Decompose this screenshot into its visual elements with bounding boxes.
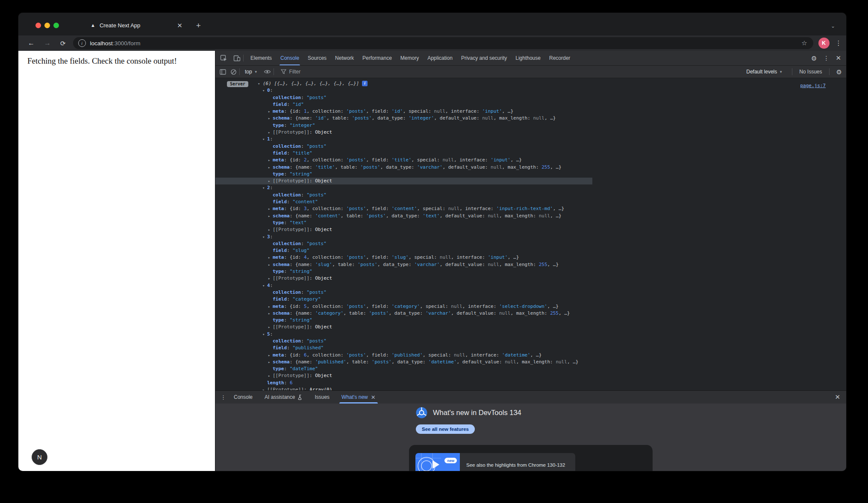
console-output: Server▾(6) [{…}, {…}, {…}, {…}, {…}, {…}… (215, 78, 846, 390)
expand-triangle-icon[interactable]: ▸ (268, 157, 270, 164)
address-bar[interactable]: i localhost:3000/form ☆ (73, 37, 813, 49)
console-row: field: "id" (215, 101, 846, 108)
reload-button[interactable]: ⟳ (60, 40, 66, 47)
console-row: field: "title" (215, 150, 846, 157)
expand-triangle-icon[interactable]: ▸ (268, 129, 270, 136)
see-all-features-button[interactable]: See all new features (416, 424, 475, 434)
tab-privacy-and-security[interactable]: Privacy and security (457, 51, 511, 65)
console-row: collection: "posts" (215, 143, 846, 150)
whats-new-panel: What's new in DevTools 134 See all new f… (215, 404, 846, 471)
expand-triangle-icon[interactable]: ▸ (268, 372, 270, 379)
browser-tab[interactable]: ▲ Create Next App ✕ + (91, 21, 201, 30)
tab-application[interactable]: Application (423, 51, 457, 65)
collapse-triangle-icon[interactable]: ▾ (262, 282, 265, 289)
drawer-menu-icon[interactable]: ⋮ (221, 394, 226, 401)
expand-triangle-icon[interactable]: ▸ (268, 359, 270, 366)
live-expression-eye-icon[interactable] (264, 69, 271, 74)
log-levels-select[interactable]: Default levels▼ (746, 69, 783, 75)
tab-lighthouse[interactable]: Lighthouse (511, 51, 545, 65)
profile-avatar[interactable]: K (818, 38, 830, 49)
expand-triangle-icon[interactable]: ▸ (268, 226, 270, 233)
chevron-down-icon: ▼ (779, 70, 783, 74)
site-info-icon[interactable]: i (78, 39, 86, 47)
tab-search-chevron-icon[interactable]: ⌄ (831, 23, 835, 29)
collapse-triangle-icon[interactable]: ▾ (258, 80, 260, 87)
console-info-icon[interactable]: i (362, 81, 368, 86)
console-row: type: "dateTime" (215, 366, 846, 372)
expand-triangle-icon[interactable]: ▸ (268, 205, 270, 212)
devtools-menu-icon[interactable]: ⋮ (823, 55, 829, 61)
expand-triangle-icon[interactable]: ▸ (268, 303, 270, 310)
console-row: ▸schema: {name: 'content', table: 'posts… (215, 213, 846, 219)
expand-triangle-icon[interactable]: ▸ (268, 310, 270, 317)
console-row: ▸[[Prototype]]: Array(0) (215, 386, 846, 390)
tab-elements[interactable]: Elements (246, 51, 276, 65)
expand-triangle-icon[interactable]: ▸ (262, 386, 265, 390)
devtools-close-icon[interactable]: ✕ (836, 54, 841, 62)
collapse-triangle-icon[interactable]: ▾ (262, 136, 265, 143)
expand-triangle-icon[interactable]: ▸ (268, 108, 270, 115)
console-row: ▸meta: {id: 3, collection: 'posts', fiel… (215, 205, 846, 212)
tab-console[interactable]: Console (276, 51, 303, 65)
new-tab-button[interactable]: + (196, 21, 201, 30)
console-sidebar-icon[interactable] (220, 69, 226, 75)
browser-window: ▲ Create Next App ✕ + ⌄ ← → ⟳ i localhos… (18, 13, 846, 471)
nextjs-devtools-button[interactable]: N (32, 449, 47, 465)
expand-triangle-icon[interactable]: ▸ (268, 164, 270, 171)
devtools-tabs: ElementsConsoleSourcesNetworkPerformance… (246, 51, 574, 65)
close-window-button[interactable] (35, 23, 41, 28)
devtools-settings-icon[interactable]: ⚙ (811, 55, 817, 61)
devtools-tabbar: ElementsConsoleSourcesNetworkPerformance… (215, 51, 846, 66)
tab-close-icon[interactable]: ✕ (177, 22, 182, 29)
drawer-tab-what-s-new[interactable]: What's new✕ (335, 391, 382, 404)
console-settings-icon[interactable]: ⚙ (836, 69, 842, 75)
console-row: field: "category" (215, 296, 846, 303)
javascript-context-select[interactable]: top▼ (245, 69, 258, 75)
collapse-triangle-icon[interactable]: ▾ (262, 184, 265, 191)
clear-console-icon[interactable] (230, 69, 237, 75)
drawer-tab-issues[interactable]: Issues (309, 391, 335, 404)
device-toolbar-icon[interactable] (233, 55, 241, 61)
back-button[interactable]: ← (28, 40, 35, 47)
issues-counter[interactable]: No Issues (799, 69, 822, 75)
expand-triangle-icon[interactable]: ▸ (268, 178, 270, 184)
browser-menu-icon[interactable]: ⋮ (836, 39, 842, 47)
expand-triangle-icon[interactable]: ▸ (268, 115, 270, 122)
console-row: type: "string" (215, 171, 846, 178)
console-row: ▸schema: {name: 'slug', table: 'posts', … (215, 261, 846, 268)
zoom-window-button[interactable] (53, 23, 59, 28)
expand-triangle-icon[interactable]: ▸ (268, 324, 270, 330)
separator (792, 68, 792, 75)
tab-recorder[interactable]: Recorder (545, 51, 574, 65)
forward-button[interactable]: → (44, 40, 51, 47)
tab-memory[interactable]: Memory (396, 51, 423, 65)
drawer-tab-ai-assistance[interactable]: AI assistance (259, 391, 309, 404)
separator (239, 68, 240, 75)
url-text: localhost:3000/form (90, 40, 141, 47)
collapse-triangle-icon[interactable]: ▾ (262, 331, 265, 338)
drawer-close-icon[interactable]: ✕ (835, 393, 840, 401)
tab-performance[interactable]: Performance (358, 51, 396, 65)
console-row: Server▾(6) [{…}, {…}, {…}, {…}, {…}, {…}… (215, 80, 846, 87)
console-row: type: "text" (215, 219, 846, 226)
expand-triangle-icon[interactable]: ▸ (268, 261, 270, 268)
minimize-window-button[interactable] (44, 23, 50, 28)
drawer-tab-close-icon[interactable]: ✕ (371, 394, 376, 401)
tab-sources[interactable]: Sources (303, 51, 331, 65)
drawer-tab-console[interactable]: Console (228, 391, 259, 404)
web-page: Fetching the fields. Check the console o… (18, 51, 215, 471)
collapse-triangle-icon[interactable]: ▾ (262, 87, 265, 94)
expand-triangle-icon[interactable]: ▸ (268, 352, 270, 359)
tab-network[interactable]: Network (331, 51, 358, 65)
inspect-element-icon[interactable] (220, 55, 227, 62)
highlights-link[interactable]: new See also the highlights from Chrome … (415, 453, 575, 471)
expand-triangle-icon[interactable]: ▸ (268, 275, 270, 282)
drawer-tabs: ConsoleAI assistanceIssuesWhat's new✕ (228, 391, 382, 404)
console-row: ▾2: (215, 184, 846, 191)
expand-triangle-icon[interactable]: ▸ (268, 213, 270, 219)
chevron-down-icon: ▼ (254, 70, 258, 74)
collapse-triangle-icon[interactable]: ▾ (262, 234, 265, 240)
bookmark-star-icon[interactable]: ☆ (801, 39, 807, 47)
expand-triangle-icon[interactable]: ▸ (268, 254, 270, 261)
console-row: collection: "posts" (215, 192, 846, 199)
